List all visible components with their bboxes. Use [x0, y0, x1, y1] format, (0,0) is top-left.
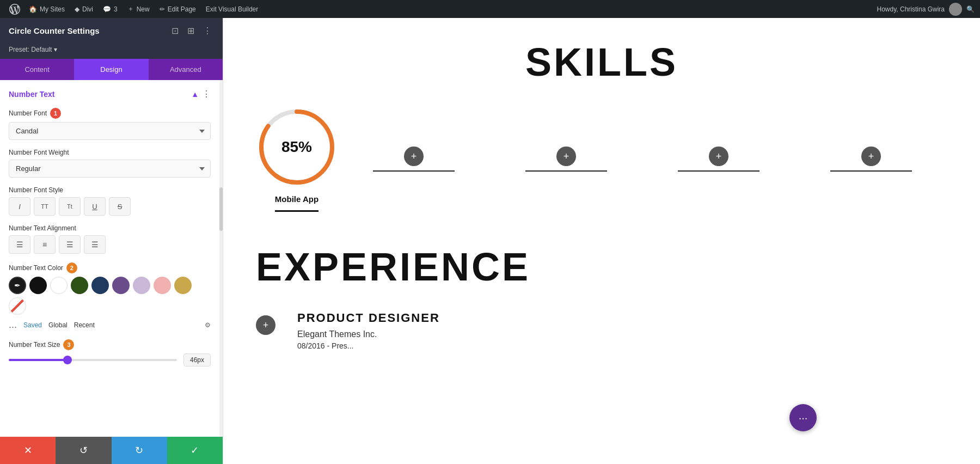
number-font-weight-select[interactable]: Regular Thin Light Medium Bold Black — [9, 160, 211, 178]
more-colors-btn[interactable]: ... — [9, 319, 17, 331]
settings-panel: Circle Counter Settings ⊡ ⊞ ⋮ Preset: De… — [0, 18, 223, 464]
panel-footer: ✕ ↺ ↻ ✓ — [0, 437, 223, 464]
badge-1: 1 — [50, 108, 61, 119]
add-item-3: + — [642, 146, 795, 172]
align-right-btn[interactable]: ☰ — [59, 235, 81, 254]
job-dates: 08/2016 - Pres... — [297, 341, 440, 350]
number-text-size-label: Number Text Size 3 — [9, 339, 211, 350]
badge-2: 2 — [66, 262, 77, 273]
admin-bar-left: 🏠 My Sites ◆ Divi 💬 3 ＋ New ✏ Edit Page … — [5, 0, 875, 18]
color-settings-icon[interactable]: ⚙ — [205, 321, 211, 329]
experience-row: + PRODUCT DESIGNER Elegant Themes Inc. 0… — [256, 311, 947, 350]
add-item-1: + — [338, 146, 490, 172]
add-counter-2[interactable]: + — [556, 146, 576, 166]
gold-swatch[interactable] — [174, 277, 192, 294]
panel-header: Circle Counter Settings ⊡ ⊞ ⋮ — [0, 18, 223, 44]
number-font-select[interactable]: Candal — [9, 122, 211, 140]
minimize-icon[interactable]: ⊡ — [169, 25, 181, 37]
slider-row: 46px — [9, 353, 211, 367]
strikethrough-btn[interactable]: S — [109, 197, 131, 216]
align-center-btn[interactable]: ≡ — [34, 235, 56, 254]
tab-design[interactable]: Design — [74, 59, 148, 80]
add-line-4 — [830, 170, 912, 172]
divi-btn[interactable]: ◆ Divi — [70, 0, 97, 18]
add-line-3 — [678, 170, 759, 172]
number-font-group: Number Font 1 Candal — [9, 108, 211, 140]
number-font-label: Number Font 1 — [9, 108, 211, 119]
add-experience-btn[interactable]: + — [256, 315, 275, 335]
align-justify-btn[interactable]: ☰ — [84, 235, 106, 254]
uppercase-btn[interactable]: TT — [34, 197, 56, 216]
capitalize-btn[interactable]: Tt — [59, 197, 81, 216]
undo-button[interactable]: ↺ — [56, 437, 111, 464]
edit-icon: ✏ — [160, 5, 165, 13]
my-sites-btn[interactable]: 🏠 My Sites — [24, 0, 69, 18]
size-slider[interactable] — [9, 359, 177, 361]
add-counter-4[interactable]: + — [861, 146, 881, 166]
job-title: PRODUCT DESIGNER — [297, 311, 440, 325]
cancel-button[interactable]: ✕ — [0, 437, 56, 464]
counter-item-main: 85% Mobile App — [256, 106, 338, 212]
panel-title: Circle Counter Settings — [9, 26, 100, 35]
skills-title: SKILLS — [256, 40, 947, 84]
search-icon[interactable]: 🔍 — [966, 5, 975, 13]
tab-advanced[interactable]: Advanced — [149, 59, 223, 80]
number-text-alignment-group: Number Text Alignment ☰ ≡ ☰ ☰ — [9, 224, 211, 254]
no-color-swatch[interactable] — [9, 297, 26, 315]
light-purple-swatch[interactable] — [133, 277, 150, 294]
edit-page-btn[interactable]: ✏ Edit Page — [155, 0, 200, 18]
add-counter-3[interactable]: + — [709, 146, 728, 166]
scrollbar-thumb — [219, 187, 223, 231]
number-font-style-group: Number Font Style I TT Tt U S — [9, 186, 211, 216]
tabs-row: Content Design Advanced — [0, 59, 223, 80]
new-btn[interactable]: ＋ New — [123, 0, 154, 18]
purple-swatch[interactable] — [112, 277, 130, 294]
global-label: Global — [48, 321, 68, 329]
italic-btn[interactable]: I — [9, 197, 30, 216]
color-swatches: ✒ — [9, 277, 211, 315]
wordpress-logo[interactable] — [5, 0, 23, 18]
align-buttons: ☰ ≡ ☰ ☰ — [9, 235, 211, 254]
recent-label: Recent — [74, 321, 95, 329]
save-button[interactable]: ✓ — [167, 437, 223, 464]
collapse-icon[interactable]: ▲ — [191, 90, 199, 99]
light-red-swatch[interactable] — [154, 277, 171, 294]
admin-bar-right: Howdy, Christina Gwira 🔍 — [877, 3, 975, 16]
expand-icon[interactable]: ⊞ — [185, 25, 197, 37]
comments-icon: 💬 — [103, 5, 111, 13]
circle-counter: 85% — [256, 106, 338, 188]
preset-row[interactable]: Preset: Default ▾ — [0, 44, 223, 59]
exit-builder-btn[interactable]: Exit Visual Builder — [201, 0, 263, 18]
page-section: SKILLS 85% Mobile App — [223, 18, 980, 372]
experience-section: EXPERIENCE + PRODUCT DESIGNER Elegant Th… — [256, 245, 947, 350]
align-left-btn[interactable]: ☰ — [9, 235, 30, 254]
badge-3: 3 — [63, 339, 74, 350]
experience-title: EXPERIENCE — [256, 245, 947, 289]
number-font-style-label: Number Font Style — [9, 186, 211, 194]
size-value[interactable]: 46px — [183, 353, 211, 367]
number-font-weight-group: Number Font Weight Regular Thin Light Me… — [9, 149, 211, 178]
tab-content[interactable]: Content — [0, 59, 74, 80]
panel-scrollbar[interactable] — [219, 80, 223, 437]
panel-body: Number Text ▲ ⋮ Number Font 1 Candal — [0, 80, 219, 437]
section-menu-icon[interactable]: ⋮ — [202, 89, 211, 99]
dark-green-swatch[interactable] — [71, 277, 88, 294]
redo-button[interactable]: ↻ — [112, 437, 167, 464]
admin-bar: 🏠 My Sites ◆ Divi 💬 3 ＋ New ✏ Edit Page … — [0, 0, 980, 18]
number-text-color-group: Number Text Color 2 ✒ — [9, 262, 211, 331]
dark-blue-swatch[interactable] — [91, 277, 109, 294]
eyedropper-swatch[interactable]: ✒ — [9, 277, 26, 294]
add-counter-1[interactable]: + — [404, 146, 424, 166]
add-item-2: + — [490, 146, 642, 172]
floating-menu[interactable]: ··· — [789, 404, 817, 431]
more-icon[interactable]: ⋮ — [201, 25, 214, 37]
underline-btn[interactable]: U — [84, 197, 106, 216]
plus-icon: ＋ — [127, 4, 134, 14]
number-font-weight-label: Number Font Weight — [9, 149, 211, 156]
preset-label: Preset: Default — [9, 46, 52, 53]
style-buttons: I TT Tt U S — [9, 197, 211, 216]
white-swatch[interactable] — [50, 277, 68, 294]
black-swatch[interactable] — [29, 277, 47, 294]
comments-btn[interactable]: 💬 3 — [99, 0, 122, 18]
section-title: Number Text — [9, 90, 55, 99]
